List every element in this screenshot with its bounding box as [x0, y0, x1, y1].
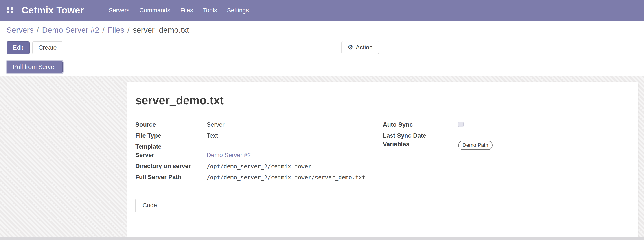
field-value-directory: /opt/demo_server_2/cetmix-tower [207, 163, 383, 174]
variable-tag-demo-path: Demo Path [458, 141, 492, 150]
menu-item-commands[interactable]: Commands [139, 5, 171, 15]
pull-from-server-button[interactable]: Pull from Server [6, 61, 62, 73]
field-label-variables: Variables [383, 141, 454, 152]
apps-grid-square [10, 11, 13, 14]
field-value-template [207, 143, 383, 152]
record-title: server_demo.txt [135, 94, 630, 107]
field-label-server: Server [135, 152, 207, 163]
apps-grid-square [7, 7, 10, 10]
main-menu: Servers Commands Files Tools Settings [108, 5, 249, 15]
gear-icon: ⚙ [348, 45, 353, 51]
breadcrumb-separator: / [128, 25, 130, 34]
top-navbar: Cetmix Tower Servers Commands Files Tool… [0, 0, 644, 21]
left-field-group: Source Server File Type Text Template Se… [135, 121, 383, 185]
field-value-file-type: Text [207, 132, 383, 143]
server-record-link[interactable]: Demo Server #2 [207, 152, 251, 159]
field-label-template: Template [135, 143, 207, 152]
field-label-last-sync-date: Last Sync Date [383, 132, 454, 141]
edit-button[interactable]: Edit [6, 41, 30, 54]
action-menu-label: Action [356, 45, 373, 51]
field-value-server: Demo Server #2 [207, 152, 383, 163]
apps-grid-square [10, 7, 13, 10]
app-brand-title[interactable]: Cetmix Tower [22, 5, 84, 16]
apps-grid-square [7, 11, 10, 14]
menu-item-servers[interactable]: Servers [108, 5, 130, 15]
form-sheet: server_demo.txt Source Server File Type … [127, 82, 638, 238]
tab-header: Code [135, 199, 630, 212]
window-bottom-edge [0, 237, 644, 240]
actions-row: Edit Create ⚙ Action [6, 41, 638, 54]
breadcrumb-link-demo-server[interactable]: Demo Server #2 [42, 25, 99, 34]
field-value-variables: Demo Path [454, 141, 630, 152]
field-label-source: Source [135, 121, 207, 132]
menu-item-tools[interactable]: Tools [202, 5, 218, 15]
field-value-source: Server [207, 121, 383, 132]
notebook: Code [135, 199, 630, 238]
tab-content-code [135, 212, 630, 238]
control-panel: Servers / Demo Server #2 / Files / serve… [0, 21, 644, 76]
create-button[interactable]: Create [32, 41, 63, 54]
field-value-full-path: /opt/demo_server_2/cetmix-tower/server_d… [207, 174, 383, 185]
field-value-auto-sync [454, 121, 630, 132]
breadcrumb-separator: / [102, 25, 104, 34]
field-value-last-sync-date [454, 132, 630, 141]
field-label-auto-sync: Auto Sync [383, 121, 454, 132]
apps-grid-icon[interactable] [7, 7, 13, 13]
field-groups: Source Server File Type Text Template Se… [135, 121, 630, 185]
menu-item-settings[interactable]: Settings [226, 5, 249, 15]
breadcrumb-separator: / [37, 25, 39, 34]
pull-row: Pull from Server [6, 60, 638, 73]
tab-code[interactable]: Code [135, 199, 164, 212]
breadcrumb-link-servers[interactable]: Servers [6, 25, 34, 34]
right-field-group: Auto Sync Last Sync Date Variables Demo … [383, 121, 630, 185]
form-view-background: server_demo.txt Source Server File Type … [0, 76, 644, 240]
menu-item-files[interactable]: Files [180, 5, 194, 15]
action-menu-button[interactable]: ⚙ Action [341, 41, 379, 54]
field-label-file-type: File Type [135, 132, 207, 143]
breadcrumb: Servers / Demo Server #2 / Files / serve… [6, 25, 638, 35]
breadcrumb-current: server_demo.txt [133, 25, 189, 34]
auto-sync-checkbox[interactable] [458, 122, 464, 127]
field-label-directory: Directory on server [135, 163, 207, 174]
breadcrumb-link-files[interactable]: Files [108, 25, 124, 34]
field-label-full-path: Full Server Path [135, 174, 207, 185]
